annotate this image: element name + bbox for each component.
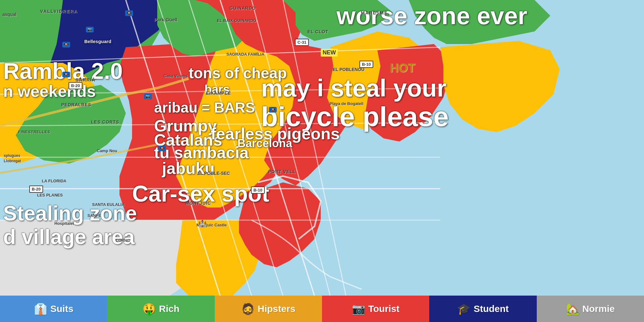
- category-normie[interactable]: 🏡 Normie: [537, 296, 644, 322]
- road-sign-b10-1: B-10: [359, 61, 373, 68]
- transit-icon-2: 🚇: [62, 42, 70, 47]
- castle-icon: 🏰: [198, 219, 207, 228]
- rich-emoji: 🤑: [142, 303, 156, 315]
- rich-label: Rich: [159, 303, 179, 314]
- normie-emoji: 🏡: [566, 303, 579, 315]
- hipsters-emoji: 🧔: [241, 303, 254, 315]
- normie-label: Normie: [582, 303, 615, 314]
- road-sign-b20-1: B-20: [69, 82, 82, 89]
- suits-label: Suits: [50, 303, 73, 314]
- category-hipsters[interactable]: 🧔 Hipsters: [215, 296, 322, 322]
- road-sign-c31: C-31: [295, 39, 309, 46]
- tourist-label: Tourist: [368, 303, 399, 314]
- transit-icon-5: 📷: [86, 27, 94, 32]
- suits-emoji: 👔: [34, 303, 47, 315]
- category-student[interactable]: 🎓 Student: [429, 296, 536, 322]
- tourist-emoji: 📷: [352, 303, 365, 315]
- map-container: Rambla 2.0 n weekends tons of cheap bars…: [0, 0, 644, 296]
- category-tourist[interactable]: 📷 Tourist: [322, 296, 429, 322]
- category-suits[interactable]: 👔 Suits: [0, 296, 107, 322]
- road-sign-b10-2: B-10: [251, 186, 265, 194]
- student-emoji: 🎓: [457, 303, 470, 315]
- transit-icon-7: 🚇: [269, 107, 277, 113]
- transit-icon-3: 🚇: [62, 72, 70, 77]
- new-badge: NEW: [321, 49, 338, 57]
- transit-icon-6: 📷: [144, 94, 152, 99]
- category-rich[interactable]: 🤑 Rich: [107, 296, 214, 322]
- svg-marker-13: [0, 220, 208, 296]
- transit-icon-1: 🚇: [125, 10, 133, 16]
- transit-icon-4: 🚇: [158, 146, 166, 151]
- hipsters-label: Hipsters: [258, 303, 295, 314]
- student-label: Student: [474, 303, 509, 314]
- road-sign-b20-2: B-20: [29, 186, 43, 193]
- bottom-bar: 👔 Suits 🤑 Rich 🧔 Hipsters 📷 Tourist 🎓 St…: [0, 296, 644, 322]
